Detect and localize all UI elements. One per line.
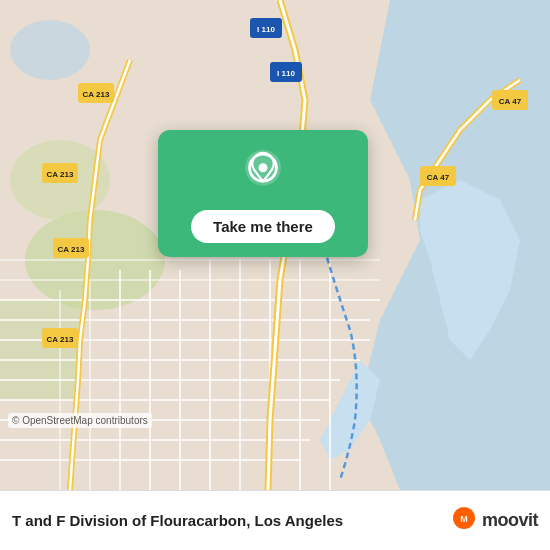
moovit-logo-text: moovit	[482, 510, 538, 531]
svg-text:I 110: I 110	[257, 25, 275, 34]
map-attribution: © OpenStreetMap contributors	[8, 413, 152, 428]
svg-text:CA 213: CA 213	[47, 170, 74, 179]
svg-text:CA 213: CA 213	[58, 245, 85, 254]
svg-text:CA 213: CA 213	[47, 335, 74, 344]
moovit-logo-icon: M	[450, 507, 478, 535]
svg-point-47	[259, 163, 268, 172]
svg-text:CA 213: CA 213	[83, 90, 110, 99]
svg-text:M: M	[460, 514, 468, 524]
moovit-logo: M moovit	[450, 507, 538, 535]
navigation-card: Take me there	[158, 130, 368, 257]
bottom-bar: T and F Division of Flouracarbon, Los An…	[0, 490, 550, 550]
location-pin-icon	[237, 148, 289, 200]
take-me-there-button[interactable]: Take me there	[191, 210, 335, 243]
svg-point-4	[10, 20, 90, 80]
place-name: T and F Division of Flouracarbon, Los An…	[12, 512, 450, 529]
map-container: CA 213 CA 213 CA 213 CA 213 I 110 I 110 …	[0, 0, 550, 490]
svg-text:CA 47: CA 47	[427, 173, 450, 182]
svg-rect-7	[0, 300, 80, 400]
svg-text:CA 47: CA 47	[499, 97, 522, 106]
svg-text:I 110: I 110	[277, 69, 295, 78]
